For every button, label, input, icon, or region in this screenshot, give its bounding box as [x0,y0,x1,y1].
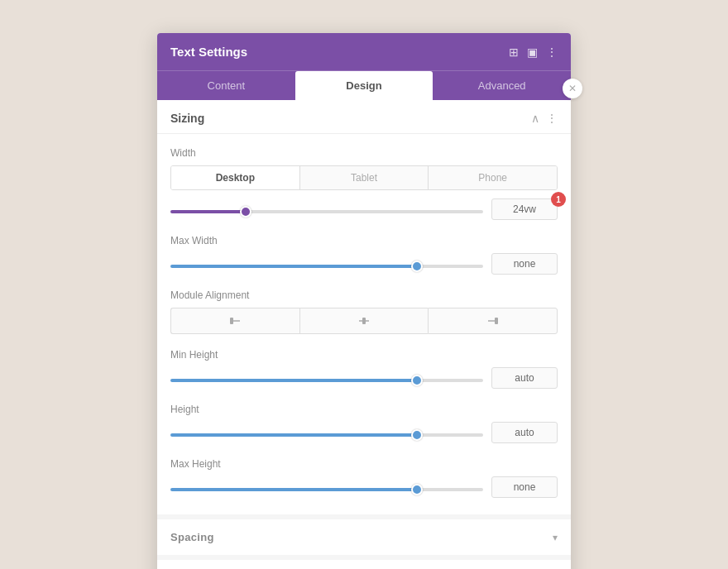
spacing-section: Spacing ▾ [157,514,571,555]
max-width-field: Max Width none [170,235,558,275]
height-slider-wrap [170,427,483,439]
tab-content[interactable]: Content [157,71,295,100]
tab-design[interactable]: Design [295,71,433,100]
align-center-button[interactable] [299,308,429,334]
min-height-field: Min Height auto [170,349,558,389]
split-view-icon[interactable]: ▣ [527,45,538,59]
max-width-label: Max Width [170,235,558,246]
width-slider-row: 24vw 1 [170,198,558,220]
close-button[interactable]: ✕ [563,79,582,98]
max-height-value-input[interactable]: none [491,476,558,498]
more-options-icon[interactable]: ⋮ [546,45,558,59]
external-link-icon[interactable]: ⊞ [509,45,519,59]
max-width-slider-row: none [170,253,558,275]
max-height-slider-wrap [170,481,483,494]
spacing-chevron-icon: ▾ [553,532,558,543]
collapse-icon[interactable]: ∧ [531,112,539,125]
border-header[interactable]: Border ▾ [157,560,571,569]
max-width-slider-wrap [170,258,483,270]
height-slider[interactable] [170,433,483,437]
spacing-header[interactable]: Spacing ▾ [157,519,571,555]
device-tabs: Desktop Tablet Phone [170,165,558,190]
align-left-button[interactable] [170,308,299,334]
width-slider[interactable] [170,210,483,213]
tab-bar: Content Design Advanced [157,70,571,100]
height-value-input[interactable]: auto [491,422,558,443]
min-height-label: Min Height [170,349,558,361]
max-height-field: Max Height none [170,458,558,498]
width-badge: 1 [551,192,566,207]
panel-header: Text Settings ⊞ ▣ ⋮ [157,33,571,70]
min-height-value-input[interactable]: auto [491,367,558,389]
max-height-slider-row: none [170,476,558,498]
header-icons: ⊞ ▣ ⋮ [509,45,558,59]
max-width-value-input[interactable]: none [491,253,558,275]
min-height-slider[interactable] [170,379,483,382]
module-alignment-label: Module Alignment [170,289,558,301]
device-tab-desktop[interactable]: Desktop [171,166,300,189]
border-section: Border ▾ [157,555,571,569]
width-slider-wrap [170,203,483,216]
width-field: Width Desktop Tablet Phone 24vw 1 [170,147,558,220]
module-alignment-field: Module Alignment [170,289,558,334]
alignment-buttons [170,308,558,334]
sizing-title: Sizing [170,112,204,125]
min-height-slider-row: auto [170,367,558,389]
sizing-header-icons: ∧ ⋮ [531,112,558,125]
panel-body: Sizing ∧ ⋮ Width Desktop Tablet Phone [157,100,571,569]
width-value-input[interactable]: 24vw [491,198,558,220]
sizing-section: Sizing ∧ ⋮ Width Desktop Tablet Phone [157,100,571,514]
height-field: Height auto [170,404,558,443]
align-right-button[interactable] [428,308,558,334]
max-height-slider[interactable] [170,488,483,491]
sizing-content: Width Desktop Tablet Phone 24vw 1 [157,134,571,514]
max-height-label: Max Height [170,458,558,470]
height-slider-row: auto [170,422,558,443]
device-tab-tablet[interactable]: Tablet [300,166,429,189]
text-settings-panel: Text Settings ⊞ ▣ ⋮ Content Design Advan… [157,33,571,569]
panel-title: Text Settings [170,45,247,59]
spacing-title: Spacing [170,531,214,543]
sizing-section-header: Sizing ∧ ⋮ [157,100,571,134]
width-label: Width [170,147,558,159]
tab-advanced[interactable]: Advanced [433,71,571,100]
sizing-more-icon[interactable]: ⋮ [546,112,558,125]
min-height-slider-wrap [170,372,483,385]
height-label: Height [170,404,558,415]
max-width-slider[interactable] [170,265,483,268]
device-tab-phone[interactable]: Phone [429,166,557,189]
